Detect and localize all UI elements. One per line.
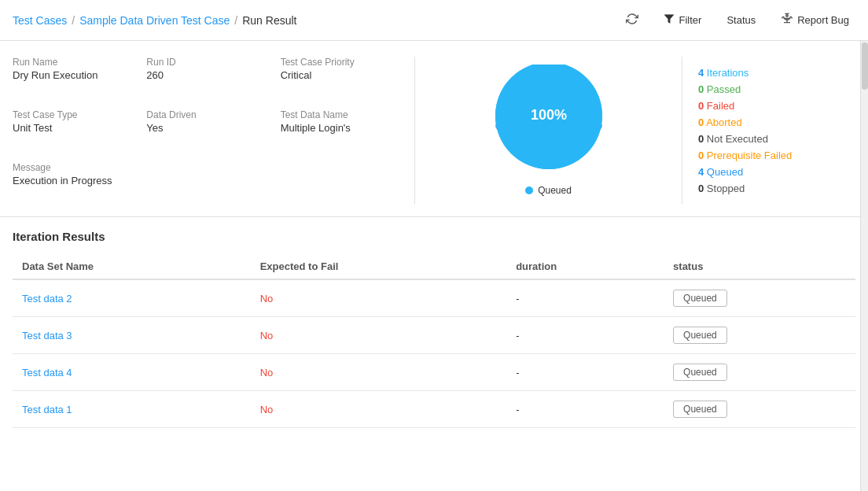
stat-label: Iterations <box>707 67 748 79</box>
run-name-field: Run Name Dry Run Execution <box>13 57 131 98</box>
col-status: status <box>664 254 855 279</box>
col-data-set-name: Data Set Name <box>13 254 251 279</box>
cell-status: Queued <box>664 391 855 428</box>
data-driven-field: Data Driven Yes <box>146 109 264 151</box>
message-label: Message <box>13 162 399 173</box>
filter-button[interactable]: Filter <box>657 10 708 30</box>
report-bug-button[interactable]: Report Bug <box>774 9 855 31</box>
info-section: Run Name Dry Run Execution Run ID 260 Te… <box>0 41 868 217</box>
stat-count: 4 <box>698 166 704 178</box>
breadcrumb: Test Cases / Sample Data Driven Test Cas… <box>13 14 296 27</box>
filter-icon <box>664 13 675 27</box>
stat-count: 0 <box>698 83 704 95</box>
cell-duration: - <box>506 391 664 428</box>
table-row: Test data 1 No - Queued <box>13 391 855 428</box>
bug-icon <box>781 13 793 28</box>
cell-data-set-name[interactable]: Test data 2 <box>13 279 251 317</box>
cell-data-set-name[interactable]: Test data 3 <box>13 317 251 354</box>
data-driven-label: Data Driven <box>146 109 264 120</box>
test-case-type-field: Test Case Type Unit Test <box>13 109 131 151</box>
stat-label: Not Executed <box>707 133 768 145</box>
breadcrumb-separator-1: / <box>72 14 75 27</box>
header-actions: Filter Status Report Bug <box>620 9 855 31</box>
stat-count: 0 <box>698 183 704 194</box>
expected-to-fail-value: No <box>260 367 274 378</box>
info-grid: Run Name Dry Run Execution Run ID 260 Te… <box>13 57 415 204</box>
stat-label: Stopped <box>707 183 745 194</box>
status-badge: Queued <box>673 290 727 307</box>
test-case-type-value: Unit Test <box>13 122 131 134</box>
data-set-link[interactable]: Test data 1 <box>22 404 72 415</box>
data-set-link[interactable]: Test data 2 <box>22 293 72 305</box>
stat-label: Aborted <box>706 116 742 128</box>
test-case-priority-field: Test Case Priority Critical <box>281 57 399 98</box>
cell-expected-to-fail: No <box>251 279 506 317</box>
breadcrumb-separator-2: / <box>234 14 237 27</box>
test-data-name-field: Test Data Name Multiple Login's <box>281 109 399 151</box>
test-data-name-label: Test Data Name <box>281 109 399 120</box>
stat-row: 0 Aborted <box>698 116 855 128</box>
breadcrumb-run-result: Run Result <box>242 14 296 27</box>
scrollbar[interactable] <box>860 41 868 491</box>
stat-label: Queued <box>707 166 743 178</box>
cell-status: Queued <box>664 279 855 317</box>
col-expected-to-fail: Expected to Fail <box>251 254 506 279</box>
cell-status: Queued <box>664 317 855 354</box>
cell-duration: - <box>506 317 664 354</box>
refresh-button[interactable] <box>620 9 645 31</box>
col-duration: duration <box>506 254 664 279</box>
status-badge: Queued <box>673 364 727 381</box>
data-driven-value: Yes <box>146 122 264 134</box>
svg-marker-0 <box>665 15 675 24</box>
stat-row: 0 Stopped <box>698 183 855 194</box>
legend-label: Queued <box>538 185 572 196</box>
expected-to-fail-value: No <box>260 404 274 415</box>
stat-count: 0 <box>698 133 704 145</box>
stat-row: 0 Passed <box>698 83 855 95</box>
expected-to-fail-value: No <box>260 293 274 305</box>
cell-duration: - <box>506 279 664 317</box>
message-field: Message Execution in Progress <box>13 162 399 204</box>
filter-label: Filter <box>679 14 701 26</box>
table-row: Test data 3 No - Queued <box>13 317 855 354</box>
stat-count: 0 <box>698 100 704 112</box>
stat-count: 4 <box>698 67 704 79</box>
status-label: Status <box>726 14 756 26</box>
report-bug-label: Report Bug <box>797 14 849 26</box>
stat-row: 0 Failed <box>698 100 855 112</box>
data-set-link[interactable]: Test data 4 <box>22 367 72 378</box>
stat-row: 0 Not Executed <box>698 133 855 145</box>
iteration-section: Iteration Results Data Set Name Expected… <box>0 217 868 428</box>
cell-status: Queued <box>664 354 855 391</box>
stats-section: 4 Iterations0 Passed0 Failed0 Aborted0 N… <box>682 57 855 204</box>
run-id-label: Run ID <box>146 57 264 68</box>
stat-count: 0 <box>698 150 704 161</box>
results-table: Data Set Name Expected to Fail duration … <box>13 254 855 428</box>
iteration-results-title: Iteration Results <box>13 230 855 243</box>
data-set-link[interactable]: Test data 3 <box>22 330 72 341</box>
status-button[interactable]: Status <box>720 11 762 29</box>
cell-data-set-name[interactable]: Test data 4 <box>13 354 251 391</box>
cell-duration: - <box>506 354 664 391</box>
scrollbar-thumb[interactable] <box>862 42 868 90</box>
legend-dot <box>525 186 533 194</box>
test-case-priority-label: Test Case Priority <box>281 57 399 68</box>
breadcrumb-sample-test[interactable]: Sample Data Driven Test Case <box>79 14 230 27</box>
run-id-value: 260 <box>146 69 264 81</box>
chart-percent-label: 100% <box>530 107 566 123</box>
cell-data-set-name[interactable]: Test data 1 <box>13 391 251 428</box>
stat-label: Failed <box>707 100 734 112</box>
refresh-icon <box>626 13 638 28</box>
chart-section: 100% Queued <box>415 57 682 204</box>
chart-legend: Queued <box>525 185 572 196</box>
breadcrumb-test-cases[interactable]: Test Cases <box>13 14 67 27</box>
test-case-priority-value: Critical <box>281 69 399 81</box>
table-row: Test data 4 No - Queued <box>13 354 855 391</box>
stat-label: Prerequisite Failed <box>707 150 792 161</box>
test-case-type-label: Test Case Type <box>13 109 131 120</box>
test-data-name-value: Multiple Login's <box>281 122 399 134</box>
message-value: Execution in Progress <box>13 175 399 186</box>
table-row: Test data 2 No - Queued <box>13 279 855 317</box>
table-header: Data Set Name Expected to Fail duration … <box>13 254 855 279</box>
stat-count: 0 <box>698 116 704 128</box>
